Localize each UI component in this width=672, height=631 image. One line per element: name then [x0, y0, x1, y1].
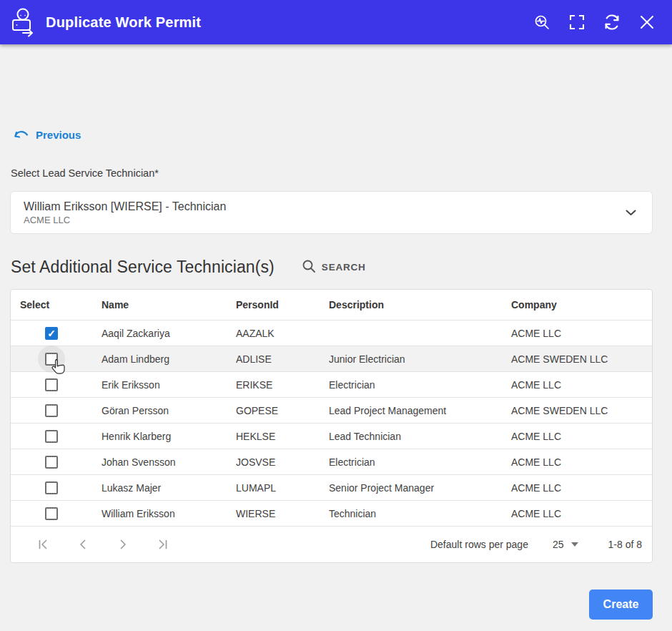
dialog-title: Duplicate Work Permit — [46, 14, 201, 31]
row-checkbox[interactable]: ✓ — [45, 456, 58, 469]
cell-description: Lead Technician — [320, 431, 502, 442]
table-row: ✓ Henrik Klarberg HEKLSE Lead Technician… — [11, 424, 652, 449]
chevron-down-icon — [626, 206, 636, 219]
row-checkbox[interactable]: ✓ — [45, 327, 58, 340]
previous-button[interactable]: Previous — [13, 127, 81, 142]
undo-arrow-icon — [13, 127, 30, 142]
cell-personid: JOSVSE — [227, 456, 320, 468]
cell-company: ACME LLC — [502, 456, 652, 468]
row-checkbox[interactable]: ✓ — [45, 404, 58, 417]
cell-name: Göran Persson — [92, 405, 227, 416]
previous-page-button[interactable] — [75, 537, 91, 552]
cell-personid: AAZALK — [227, 328, 320, 339]
cell-company: ACME SWEDEN LLC — [502, 353, 652, 365]
pagination-range: 1-8 of 8 — [608, 539, 642, 550]
row-checkbox[interactable]: ✓ — [45, 481, 58, 494]
cell-company: ACME LLC — [502, 328, 652, 339]
lead-technician-label: Select Lead Service Technician* — [11, 167, 159, 179]
cell-personid: HEKLSE — [227, 431, 320, 442]
hand-cursor-icon — [51, 358, 66, 378]
cell-company: ACME LLC — [502, 508, 652, 519]
search-button[interactable]: SEARCH — [302, 259, 366, 275]
cell-name: Adam Lindberg — [92, 353, 227, 365]
rows-per-page-label: Default rows per page — [430, 539, 528, 550]
row-checkbox[interactable]: ✓ — [45, 507, 58, 520]
refresh-icon[interactable] — [603, 13, 621, 31]
cell-name: Aaqil Zackariya — [92, 328, 227, 339]
cell-name: William Eriksson — [92, 508, 227, 519]
cell-personid: WIERSE — [227, 508, 320, 519]
row-checkbox[interactable]: ✓ — [45, 430, 58, 443]
table-row: ✓ Göran Persson GOPESE Lead Project Mana… — [11, 398, 652, 424]
column-header-description: Description — [320, 299, 502, 310]
search-label: SEARCH — [322, 262, 366, 273]
cell-company: ACME LLC — [502, 379, 652, 391]
cell-description: Electrician — [320, 456, 502, 468]
section-title: Set Additional Service Technician(s) — [11, 258, 275, 277]
cell-personid: ERIKSE — [227, 379, 320, 391]
cell-company: ACME LLC — [502, 431, 652, 442]
column-header-company: Company — [502, 299, 652, 310]
previous-label: Previous — [36, 129, 81, 141]
technicians-table: Select Name PersonId Description Company… — [10, 289, 653, 563]
cell-name: Erik Eriksson — [92, 379, 227, 391]
first-page-button[interactable] — [35, 537, 51, 552]
rows-per-page-value: 25 — [553, 539, 564, 550]
table-row: ✓ Johan Svensson JOSVSE Electrician ACME… — [11, 449, 652, 475]
cell-description: Electrician — [320, 379, 502, 391]
check-icon: ✓ — [47, 328, 56, 338]
column-header-select: Select — [11, 299, 92, 310]
table-row: ✓ Adam Lindberg ADLISE Junior Electricia… — [11, 346, 652, 372]
table-row: ✓ Erik Eriksson ERIKSE Electrician ACME … — [11, 372, 652, 398]
table-row: ✓ Aaqil Zackariya AAZALK ACME LLC — [11, 321, 652, 346]
table-row: ✓ Lukasz Majer LUMAPL Senior Project Man… — [11, 475, 652, 501]
search-monitor-icon[interactable] — [533, 13, 551, 31]
caret-down-icon — [571, 542, 578, 547]
table-pagination: Default rows per page 25 1-8 of 8 — [11, 527, 652, 562]
magnifier-icon — [302, 259, 316, 275]
fullscreen-icon[interactable] — [568, 13, 586, 31]
table-header-row: Select Name PersonId Description Company — [11, 290, 652, 321]
selected-technician-company: ACME LLC — [24, 215, 626, 227]
rows-per-page-select[interactable]: 25 — [553, 539, 578, 550]
cell-name: Lukasz Majer — [92, 482, 227, 494]
cell-name: Johan Svensson — [92, 456, 227, 468]
cell-company: ACME SWEDEN LLC — [502, 405, 652, 416]
duplicate-person-icon — [7, 6, 46, 39]
last-page-button[interactable] — [155, 537, 171, 552]
dialog-header: Duplicate Work Permit — [0, 0, 672, 44]
cell-description: Technician — [320, 508, 502, 519]
selected-technician-value: William Eriksson [WIERSE] - Technician — [24, 198, 626, 215]
create-button[interactable]: Create — [589, 590, 653, 620]
cell-name: Henrik Klarberg — [92, 431, 227, 442]
close-icon[interactable] — [638, 13, 656, 31]
cell-company: ACME LLC — [502, 482, 652, 494]
column-header-name: Name — [92, 299, 227, 310]
cell-personid: GOPESE — [227, 405, 320, 416]
column-header-personid: PersonId — [227, 299, 320, 310]
cell-description: Lead Project Management — [320, 405, 502, 416]
cell-personid: ADLISE — [227, 353, 320, 365]
table-row: ✓ William Eriksson WIERSE Technician ACM… — [11, 501, 652, 527]
row-checkbox[interactable]: ✓ — [45, 378, 58, 391]
cell-personid: LUMAPL — [227, 482, 320, 494]
lead-technician-select[interactable]: William Eriksson [WIERSE] - Technician A… — [10, 191, 653, 234]
cell-description: Junior Electrician — [320, 353, 502, 365]
next-page-button[interactable] — [115, 537, 131, 552]
cell-description: Senior Project Manager — [320, 482, 502, 494]
